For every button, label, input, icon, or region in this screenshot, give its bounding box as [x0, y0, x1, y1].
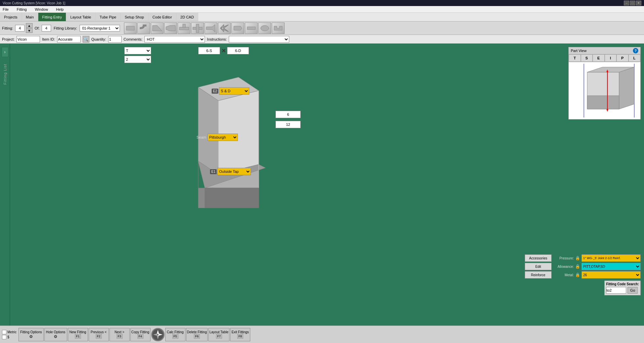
metal-label: Metal: — [553, 273, 574, 277]
menu-file[interactable]: File — [1, 7, 10, 11]
metric-checkbox[interactable] — [2, 330, 6, 334]
sidebar-expand-arrow[interactable]: › — [2, 47, 8, 57]
dim1-input[interactable] — [275, 111, 301, 118]
allowance-label: Allowance: — [553, 265, 574, 268]
menu-bar: File Fitting Window Help — [0, 6, 644, 13]
close-button[interactable]: ✕ — [636, 1, 641, 5]
size-left-input[interactable] — [198, 47, 220, 54]
fitting-icons-row — [124, 22, 285, 34]
comments-select[interactable]: HOT — [144, 36, 205, 43]
pv-tab-t[interactable]: T — [569, 54, 581, 62]
window-controls[interactable]: ─ □ ✕ — [624, 1, 641, 5]
tab-fitting-entry[interactable]: Fitting Entry — [38, 13, 67, 21]
instructions-label: Instructions: — [207, 37, 227, 41]
allowance-select[interactable]: PITT,OTAP,SD — [582, 263, 641, 270]
minimize-button[interactable]: ─ — [624, 1, 629, 5]
type-select[interactable]: T — [124, 47, 151, 54]
previous-button[interactable]: Previous < F2 — [89, 328, 109, 341]
fitting-icon-tee[interactable] — [178, 22, 190, 34]
reinforce-row: Reinforce Metal: 🔒 26 — [525, 271, 641, 279]
pv-tab-i[interactable]: I — [605, 54, 617, 62]
svg-marker-13 — [274, 26, 282, 30]
left-sidebar: › Fitting List — [0, 44, 10, 326]
e2-row: E2 S & D — [212, 87, 249, 95]
hole-options-button[interactable]: Hole Options ⚙ — [44, 328, 67, 341]
tab-setup-shop[interactable]: Setup Shop — [121, 13, 148, 21]
fitting-code-input[interactable] — [606, 287, 626, 294]
tab-main[interactable]: Main — [22, 13, 38, 21]
fitting-number-input[interactable] — [15, 25, 25, 32]
e2-dropdown[interactable]: S & D — [219, 87, 249, 95]
maximize-button[interactable]: □ — [630, 1, 635, 5]
fitting-icon-offset[interactable] — [151, 22, 164, 34]
seam-dropdown[interactable]: Pittsburgh — [208, 134, 238, 141]
edit-button[interactable]: Edit — [525, 263, 552, 270]
part-view-tabs: T S E I P L — [569, 54, 640, 62]
allowance-lock-icon: 🔒 — [575, 264, 580, 269]
new-fitting-button[interactable]: New Fitting F1 — [68, 328, 88, 341]
dollar-checkbox[interactable] — [2, 335, 6, 339]
accessories-row: Accessories Pressure: 🔒 1" WG-_5' Joint … — [525, 254, 641, 262]
e2-label: E2 — [212, 89, 218, 94]
delete-fitting-button[interactable]: Delete Fitting F6 — [186, 328, 208, 341]
project-input[interactable] — [16, 36, 40, 43]
menu-window[interactable]: Window — [34, 7, 49, 11]
tab-projects[interactable]: Projects — [0, 13, 22, 21]
fitting-icon-reducer[interactable] — [245, 22, 258, 34]
tab-code-editor[interactable]: Code Editor — [148, 13, 176, 21]
menu-fitting[interactable]: Fitting — [15, 7, 28, 11]
library-select[interactable]: 01-Rectangular 1 — [80, 25, 120, 32]
fitting-icon-round[interactable] — [258, 22, 271, 34]
e1-row: E1 Outside Tap — [210, 168, 251, 175]
dim2-input[interactable] — [275, 121, 301, 128]
fitting-options-button[interactable]: Fitting Options ⚙ — [18, 328, 43, 341]
svg-rect-4 — [183, 24, 185, 28]
tab-layout-table[interactable]: Layout Table — [66, 13, 95, 21]
copy-fitting-label: Copy Fitting — [131, 330, 149, 334]
layout-table-button[interactable]: Layout Table F7 — [208, 328, 229, 341]
fitting-down-arrow[interactable]: ▼ — [26, 28, 33, 33]
next-button[interactable]: Next > F3 — [110, 328, 130, 341]
quantity-input[interactable] — [108, 36, 122, 43]
exit-fittings-button[interactable]: Exit Fittings F8 — [230, 328, 250, 341]
fitting-icon-wye[interactable] — [205, 22, 217, 34]
size-select[interactable]: 2 — [124, 56, 151, 63]
fitting-icon-cross[interactable] — [191, 22, 204, 34]
e1-dropdown[interactable]: Outside Tap — [217, 168, 251, 175]
e1-label: E1 — [210, 169, 217, 174]
pv-tab-p[interactable]: P — [616, 54, 629, 62]
tab-2d-cad[interactable]: 2D CAD — [176, 13, 198, 21]
item-id-input[interactable] — [57, 36, 81, 43]
fitting-icon-straight[interactable] — [124, 22, 137, 34]
svg-marker-8 — [220, 25, 228, 28]
fitting-icon-transition[interactable] — [164, 22, 177, 34]
dollar-row: $ — [2, 335, 16, 339]
instructions-select[interactable] — [229, 36, 289, 43]
search-button[interactable]: 🔍 — [83, 36, 89, 43]
of-number-input[interactable] — [42, 25, 51, 32]
reinforce-button[interactable]: Reinforce — [525, 271, 552, 279]
fitting-code-go-button[interactable]: Go — [628, 287, 638, 294]
calc-fitting-button[interactable]: Calc Fitting F5 — [165, 328, 185, 341]
pv-tab-l[interactable]: L — [629, 54, 641, 62]
menu-help[interactable]: Help — [55, 7, 65, 11]
fitting-icon-pants[interactable] — [218, 22, 231, 34]
fitting-icon-cap[interactable] — [231, 22, 244, 34]
pressure-select[interactable]: 1" WG-_5' Joint 2-1/2 Reinf. — [582, 254, 641, 262]
pv-tab-e[interactable]: E — [593, 54, 605, 62]
part-view-help-button[interactable]: ? — [633, 48, 638, 53]
edit-row: Edit Allowance: 🔒 PITT,OTAP,SD — [525, 263, 641, 270]
previous-key: F2 — [96, 334, 102, 339]
item-id-label: Item ID: — [42, 37, 55, 41]
size-right-input[interactable] — [227, 47, 249, 54]
tab-tube-pipe[interactable]: Tube Pipe — [95, 13, 121, 21]
copy-fitting-button[interactable]: Copy Fitting F4 — [130, 328, 151, 341]
accessories-button[interactable]: Accessories — [525, 254, 552, 262]
metal-select[interactable]: 26 — [582, 271, 641, 279]
fitting-up-arrow[interactable]: ▲ — [26, 23, 33, 28]
fitting-icon-elbow[interactable] — [137, 22, 150, 34]
exit-fittings-label: Exit Fittings — [231, 330, 249, 334]
new-fitting-label: New Fitting — [70, 330, 86, 334]
fitting-icon-misc[interactable] — [272, 22, 285, 34]
pv-tab-s[interactable]: S — [581, 54, 593, 62]
